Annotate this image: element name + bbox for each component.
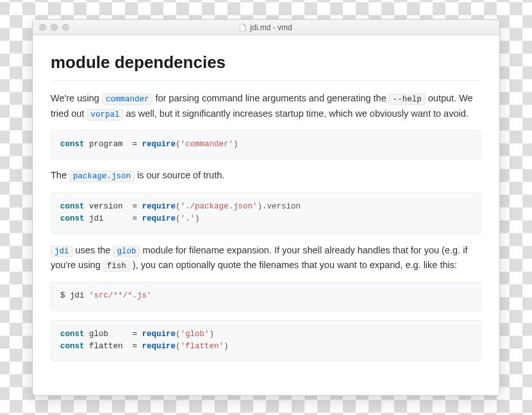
code-commander: commander [102,94,153,105]
code-block-1: const program = require('commander') [51,130,481,159]
code-block-2: const version = require('./package.json'… [51,192,481,234]
code-block-3: $ jdi 'src/**/*.js' [51,282,481,310]
app-window: jdi.md - vmd module dependencies We're u… [32,19,500,396]
code-help-flag: --help [389,94,426,105]
code-jdi: jdi [51,246,73,257]
code-glob: glob [113,246,140,257]
close-button[interactable] [39,24,46,31]
zoom-button[interactable] [62,24,69,31]
paragraph-1: We're using commander for parsing comman… [51,91,481,121]
paragraph-2: The package.json is our source of truth. [51,168,481,183]
code-fish: fish [103,260,130,272]
code-vorpal: vorpal [87,109,123,121]
minimize-button[interactable] [51,24,58,31]
window-title: jdi.md - vmd [250,23,292,32]
traffic-lights [33,24,69,31]
window-title-wrap: jdi.md - vmd [33,23,499,32]
document-icon [240,24,246,31]
page-heading: module dependencies [51,49,481,81]
code-package-json: package.json [69,171,135,182]
titlebar[interactable]: jdi.md - vmd [33,20,499,35]
document-content: module dependencies We're using commande… [33,35,499,384]
code-block-4: const glob = require('glob') const flatt… [51,320,481,362]
paragraph-3: jdi uses the glob module for filename ex… [51,243,481,273]
